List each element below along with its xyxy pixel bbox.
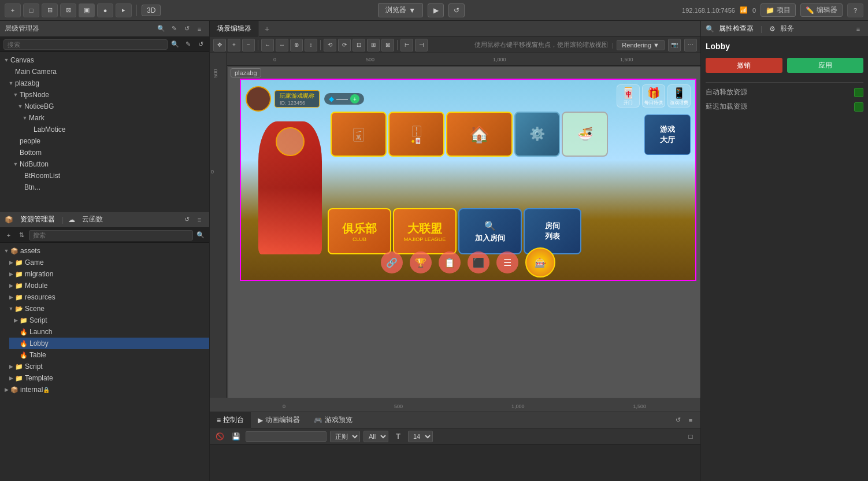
tree-item-launch[interactable]: 🔥 Launch xyxy=(9,326,209,338)
cancel-button[interactable]: 撤销 xyxy=(706,58,782,73)
tool-8[interactable]: ⊞ xyxy=(367,39,380,51)
mj-section-1[interactable]: 🀇 xyxy=(331,112,387,157)
menu-icon-1[interactable]: 🀄 开门 xyxy=(617,84,640,108)
inspector-tab[interactable]: 属性检查器 xyxy=(719,24,754,34)
scene-editor-tab[interactable]: 场景编辑器 xyxy=(210,21,259,37)
apply-button[interactable]: 应用 xyxy=(787,58,864,73)
tree-item-resources[interactable]: ▶ 📁 resources xyxy=(5,291,209,303)
assets-tab[interactable]: 资源管理器 xyxy=(18,213,57,225)
editor-button[interactable]: ✏️ 编辑器 xyxy=(800,3,843,17)
gift-icon-btn[interactable]: ☰ xyxy=(496,251,518,273)
bottom-refresh-btn[interactable]: ↺ xyxy=(673,415,683,426)
tool-4[interactable]: ↕ xyxy=(305,39,317,51)
tree-item-mark[interactable]: ▼ Mark xyxy=(18,112,209,124)
checkin-icon-btn[interactable]: 🏆 xyxy=(410,251,432,273)
layout-btn-1[interactable]: □ xyxy=(23,3,39,17)
move-tool[interactable]: ✥ xyxy=(213,39,226,51)
tree-item-people[interactable]: people xyxy=(9,135,209,147)
menu-icon-3[interactable]: 📱 游戏话费 xyxy=(667,84,691,108)
console-tab[interactable]: ≡ 控制台 xyxy=(210,412,251,428)
share-icon-btn[interactable]: 🔗 xyxy=(381,251,403,273)
tree-item-migration[interactable]: ▶ 📁 migration xyxy=(5,268,209,280)
tree-item-btroomlist[interactable]: BtRoomList xyxy=(14,170,209,182)
scene-settings-btn[interactable]: ⋯ xyxy=(684,39,697,51)
tree-item-internal[interactable]: ▶ 📦 internal 🔒 xyxy=(0,384,209,395)
assets-search-btn[interactable]: 🔍 xyxy=(195,230,206,240)
layout-btn-3[interactable]: ⊠ xyxy=(60,3,76,17)
help-button[interactable]: ? xyxy=(847,3,863,17)
console-save-btn[interactable]: 💾 xyxy=(229,430,242,443)
mj-section-gear[interactable]: ⚙️ xyxy=(514,112,561,157)
qrcode-icon-btn[interactable]: ⬛ xyxy=(468,251,489,273)
scene-canvas-container[interactable]: 0 500 1,000 1,500 500 0 plazabg xyxy=(210,53,700,412)
tree-item-assets-root[interactable]: ▼ 📦 assets xyxy=(0,245,209,257)
layout-btn-2[interactable]: ⊞ xyxy=(42,3,58,17)
more-icon-btn[interactable]: ≡ xyxy=(194,24,205,34)
tree-item-table[interactable]: 🔥 Table xyxy=(9,349,209,361)
scene-tab-plus[interactable]: + xyxy=(259,21,275,37)
shop-icon-btn[interactable]: 🎰 xyxy=(525,247,555,278)
tree-item-labmotice[interactable]: LabMotice xyxy=(23,124,209,135)
rendering-button[interactable]: Rendering ▼ xyxy=(617,40,665,50)
tree-item-script-assets[interactable]: ▶ 📁 Script xyxy=(5,361,209,372)
tool-2[interactable]: ↔ xyxy=(276,39,288,51)
mj-section-bowl[interactable]: 🍜 xyxy=(562,112,608,157)
assets-search-input[interactable] xyxy=(29,230,193,240)
refresh-button[interactable]: ↺ xyxy=(448,3,465,17)
service-tab[interactable]: 服务 xyxy=(780,24,794,34)
console-clear-btn[interactable]: 🚫 xyxy=(213,430,226,443)
project-button[interactable]: 📁 项目 xyxy=(761,3,796,17)
add-button[interactable]: + xyxy=(5,3,21,17)
camera-icon-btn[interactable]: 📷 xyxy=(668,39,681,51)
tool-1[interactable]: ← xyxy=(261,39,274,51)
tree-item-module[interactable]: ▶ 📁 Module xyxy=(5,280,209,291)
animation-tab[interactable]: ▶ 动画编辑器 xyxy=(251,412,307,428)
play-button[interactable]: ▶ xyxy=(428,3,444,17)
assets-more-btn[interactable]: ≡ xyxy=(194,214,205,225)
tool-10[interactable]: ⊢ xyxy=(400,39,413,51)
hierarchy-filter-btn[interactable]: ✎ xyxy=(183,39,193,50)
tree-item-ndbutton[interactable]: ▼ NdButton xyxy=(9,158,209,170)
tool-6[interactable]: ⟳ xyxy=(338,39,351,51)
edit-icon-btn[interactable]: ✎ xyxy=(169,24,179,34)
tree-item-scene-script[interactable]: ▶ 📁 Script xyxy=(9,314,209,326)
search-icon-btn[interactable]: 🔍 xyxy=(156,24,166,34)
tree-item-game[interactable]: ▶ 📁 Game xyxy=(5,257,209,268)
hierarchy-plus-btn[interactable]: ↺ xyxy=(195,39,206,50)
font-icon-btn[interactable]: T xyxy=(392,430,405,443)
tool-7[interactable]: ⊡ xyxy=(353,39,365,51)
tree-item-noticebg[interactable]: ▼ NoticeBG xyxy=(14,101,209,112)
gem-add-btn[interactable]: + xyxy=(350,94,359,103)
tree-item-template[interactable]: ▶ 📁 Template xyxy=(5,372,209,384)
layout-btn-5[interactable]: ● xyxy=(97,3,113,17)
delay-load-checkbox[interactable] xyxy=(854,102,863,112)
assets-refresh-btn[interactable]: ↺ xyxy=(181,214,192,225)
tool-3[interactable]: ⊕ xyxy=(290,39,303,51)
auto-release-checkbox[interactable] xyxy=(854,88,863,97)
tree-item-tipsnode[interactable]: ▼ TipsNode xyxy=(9,89,209,101)
assets-add-btn[interactable]: + xyxy=(3,230,14,240)
console-search-input[interactable] xyxy=(246,431,327,442)
hierarchy-search-btn[interactable]: 🔍 xyxy=(170,39,180,50)
filter-select[interactable]: 正则 xyxy=(330,431,360,442)
preview-tab[interactable]: 🎮 游戏预览 xyxy=(307,412,359,428)
tree-item-scene-folder[interactable]: ▼ 📂 Scene xyxy=(5,303,209,314)
menu-icon-2[interactable]: 🎁 每日特供 xyxy=(642,84,665,108)
assets-sort-btn[interactable]: ⇅ xyxy=(16,230,27,240)
cloud-tab[interactable]: 云函数 xyxy=(80,213,105,225)
tree-item-bottom[interactable]: Bottom xyxy=(9,147,209,158)
zoom-out-tool[interactable]: − xyxy=(242,39,255,51)
3d-toggle[interactable]: 3D xyxy=(142,5,161,16)
tool-5[interactable]: ⟲ xyxy=(324,39,336,51)
browser-button[interactable]: 浏览器 ▼ xyxy=(378,3,423,17)
layout-btn-4[interactable]: ▣ xyxy=(79,3,95,17)
level-select[interactable]: All xyxy=(363,431,388,442)
announcement-icon-btn[interactable]: 📋 xyxy=(439,251,461,273)
bottom-more-btn[interactable]: ≡ xyxy=(685,415,696,426)
zoom-in-tool[interactable]: + xyxy=(228,39,240,51)
refresh-icon-btn[interactable]: ↺ xyxy=(181,24,192,34)
layout-btn-6[interactable]: ▸ xyxy=(116,3,132,17)
tool-11[interactable]: ⊣ xyxy=(415,39,428,51)
tool-9[interactable]: ⊠ xyxy=(381,39,394,51)
console-close-btn[interactable]: □ xyxy=(684,430,697,443)
